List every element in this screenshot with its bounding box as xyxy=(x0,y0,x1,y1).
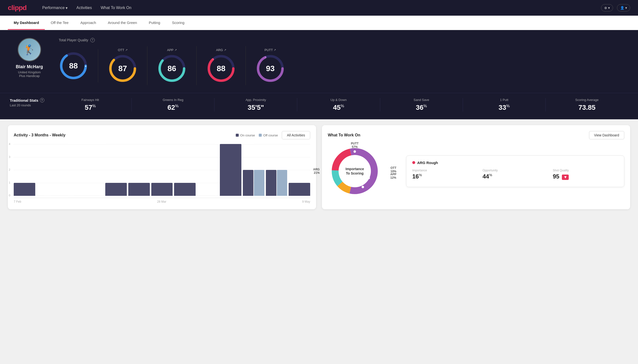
scores-title: Total Player Quality xyxy=(59,38,88,42)
x-label-mar: 28 Mar xyxy=(157,200,166,204)
score-app: APP ↗ 86 xyxy=(147,46,196,85)
score-putt: PUTT ↗ 93 xyxy=(246,46,295,85)
tab-off-the-tee[interactable]: Off the Tee xyxy=(45,16,74,30)
tab-scoring[interactable]: Scoring xyxy=(166,16,190,30)
what-card-header: What To Work On View Dashboard xyxy=(328,131,624,139)
info-metric-shotquality: Shot Quality 95 ▼ xyxy=(553,169,618,180)
bar-group-3 xyxy=(83,144,104,196)
stat-item-1: Greens In Reg 62% xyxy=(132,98,215,112)
ring-putt: 93 xyxy=(256,54,285,83)
bar-group-8 xyxy=(197,144,219,196)
shotquality-value: 95 ▼ xyxy=(553,173,618,180)
chevron-down-icon: ▾ xyxy=(66,6,68,10)
svg-point-22 xyxy=(362,186,364,188)
arg-donut-label: APP 12% xyxy=(390,172,396,180)
stats-sublabel: Last 20 rounds xyxy=(10,104,49,107)
nav-performance[interactable]: Performance ▾ xyxy=(42,6,68,10)
offcourse-label: Off course xyxy=(263,134,278,137)
score-rings: 88 OTT ↗ 87 xyxy=(59,46,628,85)
putt-label: PUTT ↗ xyxy=(265,48,276,52)
arg-trend-icon: ↗ xyxy=(224,48,226,52)
bar-oncourse-0 xyxy=(14,183,35,196)
what-to-work-on-card: What To Work On View Dashboard PUTT 57% … xyxy=(322,125,630,209)
tab-my-dashboard[interactable]: My Dashboard xyxy=(8,16,45,30)
oncourse-dot xyxy=(236,134,239,137)
putt-value: 93 xyxy=(266,64,275,73)
help-icon[interactable]: ? xyxy=(90,38,95,42)
putt-trend-icon: ↗ xyxy=(274,48,276,52)
bar-offcourse-11 xyxy=(277,170,287,196)
player-name: Blair McHarg xyxy=(16,64,43,70)
shotquality-label: Shot Quality xyxy=(553,169,618,172)
scores-section: Total Player Quality ? 88 xyxy=(59,38,628,85)
tab-around-the-green[interactable]: Around the Green xyxy=(102,16,143,30)
bar-group-9 xyxy=(220,144,241,196)
x-label-may: 9 May xyxy=(302,200,310,204)
nav-what-to-work-on[interactable]: What To Work On xyxy=(101,6,131,10)
bar-oncourse-5 xyxy=(128,183,150,196)
score-overall: 88 xyxy=(59,49,98,82)
app-value: 86 xyxy=(167,64,176,73)
bar-oncourse-9 xyxy=(220,144,241,196)
legend-offcourse: Off course xyxy=(259,134,278,137)
stat-value-6: 73.85 xyxy=(550,104,624,112)
info-metrics: Importance 16% Opportunity 44% xyxy=(412,169,618,180)
player-handicap: Plus Handicap xyxy=(19,74,40,78)
bar-oncourse-11 xyxy=(266,170,276,196)
stats-label: Traditional Stats ? xyxy=(10,98,49,102)
bar-offcourse-10 xyxy=(254,170,264,196)
donut-area: PUTT 57% OTT 10% APP 12% ARG 21% xyxy=(328,144,624,198)
bar-group-10 xyxy=(243,144,264,196)
ring-overall: 88 xyxy=(59,51,88,80)
tab-approach[interactable]: Approach xyxy=(74,16,102,30)
bar-group-4 xyxy=(105,144,127,196)
activity-chart-card: Activity - 3 Months - Weekly On course O… xyxy=(8,125,316,209)
shot-quality-badge: ▼ xyxy=(562,174,569,180)
info-card-title: ARG Rough xyxy=(412,160,618,165)
donut-chart: Importance To Scoring xyxy=(328,144,382,198)
stat-name-0: Fairways Hit xyxy=(53,98,128,102)
nav-links: Performance ▾ Activities What To Work On xyxy=(42,6,591,10)
opportunity-value: 44% xyxy=(483,173,548,180)
arg-label: ARG ↗ xyxy=(216,48,226,52)
stat-name-5: 1 Putt xyxy=(467,98,542,102)
activity-card-title: Activity - 3 Months - Weekly xyxy=(14,133,65,138)
bar-oncourse-12 xyxy=(289,183,310,196)
app-donut-label: OTT 10% xyxy=(390,166,396,173)
bottom-section: Activity - 3 Months - Weekly On course O… xyxy=(0,119,638,215)
logo: clippd xyxy=(8,4,27,12)
score-arg: ARG ↗ 88 xyxy=(196,46,246,85)
ott-trend-icon: ↗ xyxy=(125,48,128,52)
tab-putting[interactable]: Putting xyxy=(143,16,166,30)
nav-activities[interactable]: Activities xyxy=(76,6,92,10)
app-trend-icon: ↗ xyxy=(174,48,177,52)
oncourse-label: On course xyxy=(240,134,255,137)
top-nav: clippd Performance ▾ Activities What To … xyxy=(0,0,638,16)
profile-button[interactable]: 👤 ▾ xyxy=(617,4,630,12)
stats-section: Traditional Stats ? Last 20 rounds Fairw… xyxy=(0,93,638,119)
legend-oncourse: On course xyxy=(236,134,255,137)
stat-item-5: 1 Putt 33% xyxy=(463,98,546,112)
what-card-title: What To Work On xyxy=(328,133,360,138)
chart-legend: On course Off course xyxy=(236,134,278,137)
view-dashboard-button[interactable]: View Dashboard xyxy=(589,131,624,139)
stat-item-3: Up & Down 45% xyxy=(297,98,380,112)
bar-oncourse-10 xyxy=(243,170,253,196)
bar-group-11 xyxy=(266,144,287,196)
stats-grid: Fairways Hit 57% Greens In Reg 62% App. … xyxy=(49,98,628,112)
svg-point-20 xyxy=(353,150,356,153)
info-metric-opportunity: Opportunity 44% xyxy=(483,169,548,180)
user-icon: 👤 xyxy=(620,6,624,10)
bar-group-2 xyxy=(60,144,81,196)
info-card-wrapper: ARG Rough Importance 16% Opportunity xyxy=(406,156,624,187)
add-button[interactable]: ⊕ ▾ xyxy=(601,4,613,12)
stat-value-0: 57% xyxy=(53,104,128,112)
stats-help-icon[interactable]: ? xyxy=(40,98,44,102)
hero-section: 🏌️ Blair McHarg United Kingdom Plus Hand… xyxy=(0,30,638,93)
svg-point-21 xyxy=(367,177,370,179)
importance-value: 16% xyxy=(412,173,478,180)
stat-item-0: Fairways Hit 57% xyxy=(49,98,132,112)
stat-value-3: 45% xyxy=(301,104,376,112)
ott-label: OTT ↗ xyxy=(118,48,128,52)
all-activities-button[interactable]: All Activities xyxy=(282,131,310,139)
